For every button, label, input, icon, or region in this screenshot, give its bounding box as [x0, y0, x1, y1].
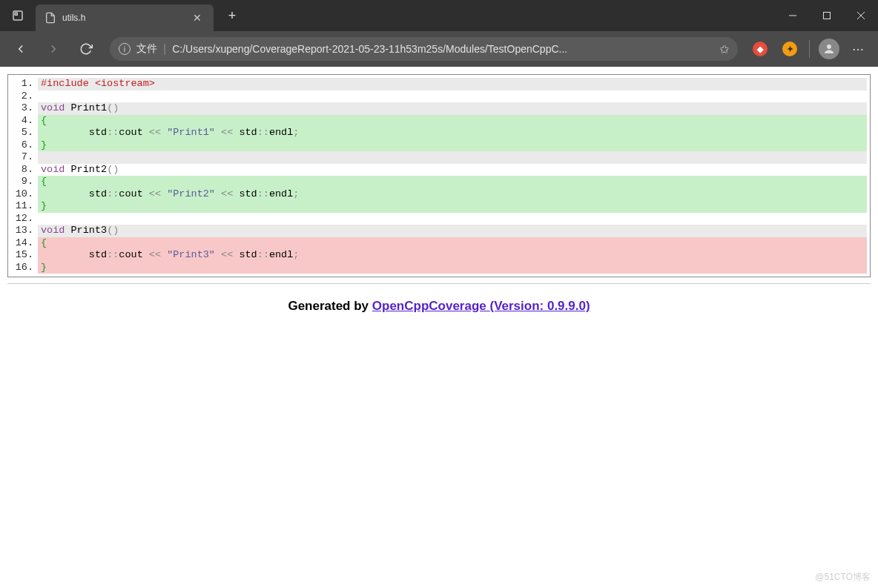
footer: Generated by OpenCppCoverage (Version: 0…	[7, 299, 871, 314]
line-code	[38, 90, 867, 103]
code-line: 9.{	[8, 176, 867, 188]
code-line: 12.	[8, 213, 867, 225]
close-button[interactable]	[844, 0, 878, 31]
code-line: 5. std::cout << "Print1" << std::endl;	[8, 127, 867, 139]
address-bar[interactable]: i 文件 | C:/Users/xupeng/CoverageReport-20…	[110, 37, 738, 61]
address-separator: |	[163, 42, 166, 56]
line-code: void Print1()	[38, 102, 867, 115]
line-number: 7.	[8, 151, 38, 164]
profile-button[interactable]	[816, 36, 842, 62]
line-number: 6.	[8, 139, 38, 152]
browser-tab[interactable]: utils.h ✕	[36, 4, 214, 31]
opencppcoverage-link[interactable]: OpenCppCoverage (Version: 0.9.9.0)	[372, 299, 590, 313]
line-number: 2.	[8, 90, 38, 103]
line-code: std::cout << "Print1" << std::endl;	[38, 127, 867, 139]
code-coverage-source: 1.#include <iostream>2.3.void Print1()4.…	[7, 74, 871, 277]
window-controls	[776, 0, 878, 31]
line-code: #include <iostream>	[38, 78, 867, 90]
line-number: 11.	[8, 200, 38, 213]
address-url: C:/Users/xupeng/CoverageReport-2021-05-2…	[172, 43, 713, 55]
line-number: 14.	[8, 237, 38, 250]
info-icon[interactable]: i	[119, 43, 131, 55]
svg-rect-1	[15, 13, 17, 15]
toolbar-separator	[809, 40, 810, 58]
svg-rect-3	[824, 13, 831, 19]
code-line: 7.	[8, 151, 867, 164]
line-number: 4.	[8, 115, 38, 128]
tab-close-button[interactable]: ✕	[190, 12, 205, 24]
line-number: 5.	[8, 127, 38, 139]
line-code: void Print2()	[38, 164, 867, 176]
page-content: 1.#include <iostream>2.3.void Print1()4.…	[0, 67, 878, 321]
line-number: 12.	[8, 213, 38, 225]
svg-point-6	[827, 44, 831, 49]
footer-label: Generated by	[288, 299, 372, 313]
line-code: std::cout << "Print3" << std::endl;	[38, 249, 867, 262]
line-number: 16.	[8, 262, 38, 274]
watermark: @51CTO博客	[815, 571, 871, 584]
code-line: 8.void Print2()	[8, 164, 867, 176]
extension-adblock-icon[interactable]: ◆	[747, 36, 773, 62]
tab-title: utils.h	[62, 13, 184, 23]
menu-button[interactable]: ⋯	[845, 36, 872, 62]
toolbar: i 文件 | C:/Users/xupeng/CoverageReport-20…	[0, 31, 878, 67]
line-number: 10.	[8, 188, 38, 201]
line-number: 13.	[8, 225, 38, 237]
new-tab-button[interactable]: +	[221, 8, 243, 24]
line-code: }	[38, 200, 867, 213]
back-button[interactable]	[6, 34, 36, 64]
line-number: 1.	[8, 78, 38, 90]
code-line: 1.#include <iostream>	[8, 78, 867, 90]
line-code: }	[38, 262, 867, 274]
code-line: 2.	[8, 90, 867, 103]
browser-app-icon[interactable]	[0, 0, 36, 31]
line-code	[38, 213, 867, 225]
line-number: 15.	[8, 249, 38, 262]
file-icon	[44, 12, 56, 24]
line-code: {	[38, 176, 867, 188]
minimize-button[interactable]	[776, 0, 810, 31]
code-line: 14.{	[8, 237, 867, 250]
extension-other-icon[interactable]: ✦	[776, 36, 803, 62]
code-line: 4.{	[8, 115, 867, 128]
line-number: 3.	[8, 102, 38, 115]
line-code: {	[38, 115, 867, 128]
line-code: std::cout << "Print2" << std::endl;	[38, 188, 867, 201]
line-code	[38, 151, 867, 164]
titlebar: utils.h ✕ +	[0, 0, 878, 31]
code-line: 15. std::cout << "Print3" << std::endl;	[8, 249, 867, 262]
forward-button[interactable]	[39, 34, 68, 64]
code-line: 11.}	[8, 200, 867, 213]
code-line: 10. std::cout << "Print2" << std::endl;	[8, 188, 867, 201]
favorite-icon[interactable]: ✩	[719, 42, 729, 56]
code-line: 3.void Print1()	[8, 102, 867, 115]
code-line: 16.}	[8, 262, 867, 274]
line-code: void Print3()	[38, 225, 867, 237]
maximize-button[interactable]	[810, 0, 844, 31]
refresh-button[interactable]	[71, 34, 101, 64]
divider	[7, 283, 871, 284]
line-number: 8.	[8, 164, 38, 176]
line-number: 9.	[8, 176, 38, 188]
line-code: }	[38, 139, 867, 152]
address-scheme-label: 文件	[136, 42, 157, 56]
code-line: 13.void Print3()	[8, 225, 867, 237]
line-code: {	[38, 237, 867, 250]
code-line: 6.}	[8, 139, 867, 152]
